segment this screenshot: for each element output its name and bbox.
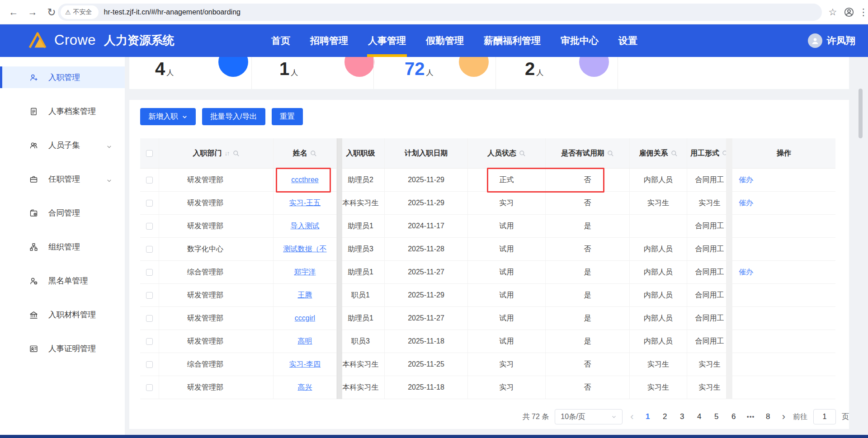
page-number-3[interactable]: 3: [676, 412, 689, 421]
employee-name-link[interactable]: 实习-李四: [289, 360, 321, 369]
employee-name-link[interactable]: 测试数据（不: [283, 245, 327, 254]
sidebar-item-1[interactable]: 入职管理: [0, 66, 125, 88]
cell-relation: 内部人员: [630, 284, 687, 306]
stat-divider: [495, 57, 496, 89]
cell-name: cccgirl: [274, 307, 337, 330]
cell-level: 职员3: [337, 330, 385, 353]
sidebar-item-3[interactable]: 人员子集: [0, 134, 125, 156]
page-size-select[interactable]: 10条/页: [555, 409, 623, 424]
column-header-name[interactable]: 姓名: [274, 138, 337, 168]
sidebar-item-5[interactable]: 合同管理: [0, 202, 125, 224]
nav-item-2[interactable]: 招聘管理: [300, 24, 358, 57]
nav-item-1[interactable]: 首页: [261, 24, 300, 57]
cell-action: [732, 238, 835, 260]
stat-value-3: 72人: [405, 59, 434, 79]
bank-icon: [29, 310, 38, 320]
select-all-checkbox[interactable]: [146, 150, 153, 157]
row-checkbox[interactable]: [146, 246, 153, 253]
browser-menu-icon[interactable]: ⋮: [857, 6, 868, 19]
cell-dept: 数字化中心: [159, 238, 274, 260]
row-checkbox[interactable]: [146, 292, 153, 299]
cell-name: 测试数据（不: [274, 238, 337, 260]
employee-name-link[interactable]: 实习-王五: [289, 198, 321, 208]
cell-dept: 研发管理部: [159, 215, 274, 237]
employee-name-link[interactable]: cccgirl: [295, 314, 315, 322]
cell-level: 职员1: [337, 284, 385, 306]
employee-name-link[interactable]: 导入测试: [291, 221, 320, 231]
page-number-1[interactable]: 1: [642, 412, 654, 421]
page-number-2[interactable]: 2: [659, 412, 671, 421]
page-number-8[interactable]: 8: [762, 412, 774, 421]
sidebar-item-8[interactable]: 入职材料管理: [0, 304, 125, 325]
cell-relation: 内部人员: [630, 261, 687, 283]
nav-item-4[interactable]: 假勤管理: [416, 24, 474, 57]
reload-icon[interactable]: ↻: [45, 6, 58, 19]
cell-status: 实习: [468, 353, 546, 376]
stat-circle-icon-1: [218, 57, 248, 77]
column-header-status[interactable]: 人员状态: [468, 138, 546, 168]
urge-link[interactable]: 催办: [739, 268, 753, 277]
sidebar-item-2[interactable]: 人事档案管理: [0, 100, 125, 122]
logo[interactable]: Crowe 人力资源系统: [28, 31, 175, 50]
page-number-4[interactable]: 4: [693, 412, 706, 421]
sidebar-item-7[interactable]: 黑名单管理: [0, 270, 125, 292]
row-checkbox[interactable]: [146, 315, 153, 322]
row-checkbox[interactable]: [146, 200, 153, 207]
cell-dept: 研发管理部: [159, 376, 274, 399]
row-checkbox[interactable]: [146, 223, 153, 230]
column-header-dept[interactable]: 入职部门↓↑: [159, 138, 274, 168]
employee-name-link[interactable]: 郑宇洋: [294, 268, 316, 277]
row-checkbox[interactable]: [146, 384, 153, 391]
next-page-button[interactable]: ›: [780, 411, 787, 423]
add-onboarding-button[interactable]: 新增入职: [140, 108, 196, 125]
chevron-down-icon: [106, 176, 112, 186]
bookmark-star-icon[interactable]: ☆: [826, 6, 839, 19]
search-icon: [519, 150, 526, 157]
employee-name-link[interactable]: 高明: [298, 337, 312, 346]
page-number-6[interactable]: 6: [727, 412, 740, 421]
nav-item-5[interactable]: 薪酬福利管理: [474, 24, 551, 57]
row-checkbox[interactable]: [146, 361, 153, 368]
prev-page-button[interactable]: ‹: [628, 411, 635, 423]
sidebar-item-4[interactable]: 任职管理: [0, 168, 125, 190]
batch-import-export-button[interactable]: 批量导入/导出: [202, 108, 265, 125]
cell-probation: 否: [546, 238, 630, 260]
sort-icon[interactable]: ↓↑: [225, 150, 229, 157]
reset-button[interactable]: 重置: [272, 108, 303, 125]
urge-link[interactable]: 催办: [739, 175, 753, 185]
cell-worktype: 合同用工: [687, 261, 732, 283]
stat-divider: [373, 57, 374, 89]
security-chip[interactable]: ⚠ 不安全: [61, 5, 99, 19]
browser-profile-icon[interactable]: [843, 6, 855, 19]
stat-value-2: 1人: [279, 59, 298, 79]
page-number-5[interactable]: 5: [710, 412, 723, 421]
total-count: 共 72 条: [523, 412, 549, 422]
page-scrollbar[interactable]: [859, 89, 863, 138]
pages-ellipsis[interactable]: •••: [745, 413, 757, 420]
employee-name-link[interactable]: 高兴: [298, 383, 312, 392]
row-checkbox[interactable]: [146, 177, 153, 184]
cell-dept: 综合管理部: [159, 261, 274, 283]
column-header-relation[interactable]: 雇佣关系: [630, 138, 687, 168]
cell-date: 2025-11-29: [385, 192, 468, 214]
cell-relation: 内部人员: [630, 307, 687, 330]
nav-item-6[interactable]: 审批中心: [551, 24, 609, 57]
address-bar[interactable]: ⚠ 不安全 hr-test.zjf-it.cn/#/hr-anagement/o…: [58, 4, 822, 21]
column-header-worktype[interactable]: 用工形式: [687, 138, 732, 168]
sidebar-item-9[interactable]: 人事证明管理: [0, 338, 125, 359]
back-icon[interactable]: ←: [7, 6, 20, 19]
nav-item-3[interactable]: 人事管理: [358, 24, 416, 57]
goto-page-input[interactable]: 1: [813, 409, 836, 424]
urge-link[interactable]: 催办: [739, 198, 753, 208]
row-checkbox[interactable]: [146, 269, 153, 276]
cell-level: 助理员1: [337, 307, 385, 330]
nav-item-7[interactable]: 设置: [609, 24, 647, 57]
cell-name: 高兴: [274, 376, 337, 399]
employee-name-link[interactable]: 王腾: [298, 291, 312, 300]
row-checkbox[interactable]: [146, 338, 153, 345]
forward-icon[interactable]: →: [26, 6, 39, 19]
user-menu[interactable]: 许凤翔: [808, 24, 855, 57]
sidebar-item-6[interactable]: 组织管理: [0, 236, 125, 258]
cell-date: 2025-11-18: [385, 330, 468, 353]
column-header-probation[interactable]: 是否有试用期: [546, 138, 630, 168]
